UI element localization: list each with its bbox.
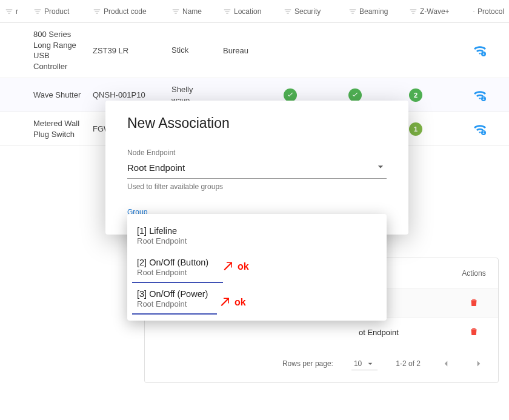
node-endpoint-helper: Used to filter available groups: [127, 182, 387, 191]
annotation-text: ok: [238, 261, 249, 272]
arrow-icon: [223, 261, 234, 272]
group-option-sub: Root Endpoint: [137, 268, 377, 277]
group-option-lifeline[interactable]: [1] Lifeline Root Endpoint: [127, 220, 387, 252]
annotation-text: ok: [235, 297, 246, 308]
group-option-onoff-power[interactable]: [3] On/Off (Power) Root Endpoint: [127, 283, 387, 315]
chevron-down-icon: [374, 161, 387, 175]
node-endpoint-value: Root Endpoint: [127, 162, 185, 173]
group-option-sub: Root Endpoint: [137, 236, 377, 245]
group-dropdown-menu: [1] Lifeline Root Endpoint [2] On/Off (B…: [127, 214, 387, 321]
annotation-ok-1: ok: [223, 261, 249, 272]
dialog-title: New Association: [127, 115, 387, 132]
group-option-title: [2] On/Off (Button): [137, 258, 377, 267]
node-endpoint-label: Node Endpoint: [127, 148, 387, 157]
arrow-icon: [220, 297, 231, 308]
group-option-sub: Root Endpoint: [137, 299, 377, 308]
group-option-onoff-button[interactable]: [2] On/Off (Button) Root Endpoint: [127, 252, 387, 283]
annotation-ok-2: ok: [220, 297, 246, 308]
group-option-title: [1] Lifeline: [137, 226, 377, 236]
node-endpoint-select[interactable]: Root Endpoint: [127, 158, 387, 179]
group-option-title: [3] On/Off (Power): [137, 289, 377, 299]
